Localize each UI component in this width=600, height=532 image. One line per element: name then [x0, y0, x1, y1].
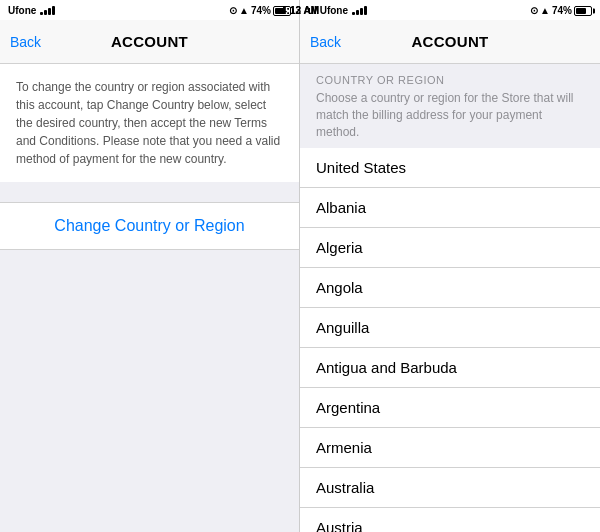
- country-list: United StatesAlbaniaAlgeriaAngolaAnguill…: [300, 148, 600, 532]
- left-screen: Ufone 4:12 AM ⊙ ▲ 74% Back ACCOUNT: [0, 0, 300, 532]
- left-info-section: To change the country or region associat…: [0, 64, 299, 182]
- country-region-header: COUNTRY OR REGION Choose a country or re…: [300, 64, 600, 148]
- right-screen: ul Ufone 4:13 AM ⊙ ▲ 74% Back ACCOUNT: [300, 0, 600, 532]
- country-list-item[interactable]: Australia: [300, 468, 600, 508]
- right-battery-icon: [574, 5, 592, 16]
- country-region-label: COUNTRY OR REGION: [316, 74, 584, 86]
- left-status-bar: Ufone 4:12 AM ⊙ ▲ 74%: [0, 0, 299, 20]
- right-status-right: ⊙ ▲ 74%: [530, 5, 592, 16]
- country-list-item[interactable]: Armenia: [300, 428, 600, 468]
- change-country-button[interactable]: Change Country or Region: [54, 217, 244, 234]
- left-wifi-icon: ▲: [239, 5, 249, 16]
- left-bluetooth-icon: ⊙: [229, 5, 237, 16]
- country-list-item[interactable]: Antigua and Barbuda: [300, 348, 600, 388]
- right-bluetooth-icon: ⊙: [530, 5, 538, 16]
- left-nav-bar: Back ACCOUNT: [0, 20, 299, 64]
- right-battery-percent: 74%: [552, 5, 572, 16]
- right-wifi-icon: ▲: [540, 5, 550, 16]
- change-country-section: Change Country or Region: [0, 202, 299, 250]
- left-status-left: Ufone: [8, 5, 55, 16]
- country-list-item[interactable]: Angola: [300, 268, 600, 308]
- country-list-item[interactable]: United States: [300, 148, 600, 188]
- left-info-text: To change the country or region associat…: [16, 78, 283, 168]
- right-nav-title: ACCOUNT: [411, 33, 488, 50]
- country-list-item[interactable]: Austria: [300, 508, 600, 532]
- left-nav-title: ACCOUNT: [111, 33, 188, 50]
- right-nav-bar: Back ACCOUNT: [300, 20, 600, 64]
- left-carrier: Ufone: [8, 5, 36, 16]
- country-list-item[interactable]: Albania: [300, 188, 600, 228]
- left-back-button[interactable]: Back: [10, 34, 41, 50]
- left-content: To change the country or region associat…: [0, 64, 299, 532]
- country-list-item[interactable]: Anguilla: [300, 308, 600, 348]
- right-time: 4:13 AM: [281, 5, 319, 16]
- right-back-button[interactable]: Back: [310, 34, 341, 50]
- right-signal-icon: [352, 5, 367, 15]
- left-signal-icon: [40, 5, 55, 15]
- country-list-item[interactable]: Argentina: [300, 388, 600, 428]
- left-battery-percent: 74%: [251, 5, 271, 16]
- right-status-bar: ul Ufone 4:13 AM ⊙ ▲ 74%: [300, 0, 600, 20]
- country-region-description: Choose a country or region for the Store…: [316, 90, 584, 140]
- country-list-item[interactable]: Algeria: [300, 228, 600, 268]
